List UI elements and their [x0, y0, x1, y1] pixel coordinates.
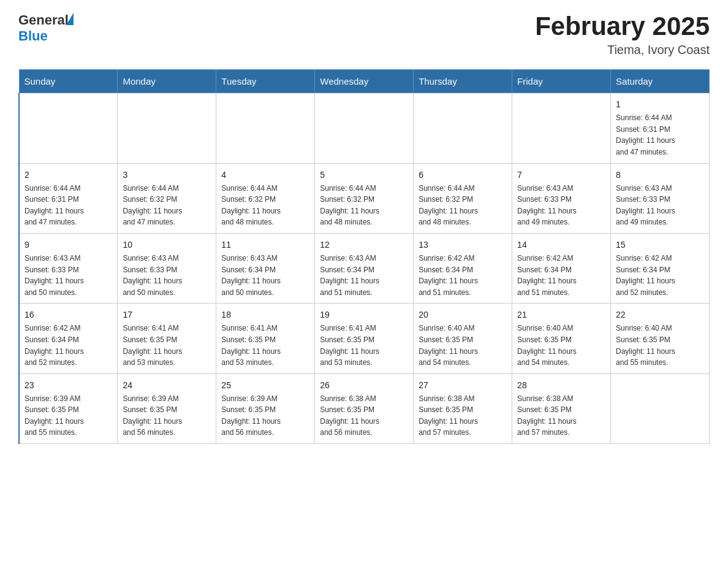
day-number: 25: [221, 379, 309, 392]
day-info: Sunrise: 6:43 AM Sunset: 6:33 PM Dayligh…: [517, 183, 605, 228]
logo-general-text: General: [18, 12, 69, 28]
calendar-cell: [315, 93, 414, 163]
calendar-cell: [118, 93, 216, 163]
day-number: 9: [25, 239, 112, 251]
calendar-cell: 12Sunrise: 6:43 AM Sunset: 6:34 PM Dayli…: [315, 233, 414, 303]
day-number: 11: [221, 239, 309, 251]
day-info: Sunrise: 6:39 AM Sunset: 6:35 PM Dayligh…: [123, 393, 211, 439]
calendar-cell: 26Sunrise: 6:38 AM Sunset: 6:35 PM Dayli…: [315, 373, 414, 443]
day-number: 18: [221, 308, 309, 321]
calendar-week-row: 9Sunrise: 6:43 AM Sunset: 6:33 PM Daylig…: [19, 233, 710, 303]
calendar-week-row: 23Sunrise: 6:39 AM Sunset: 6:35 PM Dayli…: [19, 373, 710, 443]
day-info: Sunrise: 6:39 AM Sunset: 6:35 PM Dayligh…: [25, 393, 112, 439]
calendar-week-row: 16Sunrise: 6:42 AM Sunset: 6:34 PM Dayli…: [19, 304, 710, 373]
day-info: Sunrise: 6:42 AM Sunset: 6:34 PM Dayligh…: [25, 323, 112, 368]
calendar-cell: 25Sunrise: 6:39 AM Sunset: 6:35 PM Dayli…: [216, 373, 315, 443]
day-number: 17: [123, 308, 211, 321]
day-info: Sunrise: 6:44 AM Sunset: 6:31 PM Dayligh…: [25, 183, 112, 228]
calendar-week-row: 2Sunrise: 6:44 AM Sunset: 6:31 PM Daylig…: [19, 163, 710, 233]
calendar-cell: 1Sunrise: 6:44 AM Sunset: 6:31 PM Daylig…: [611, 93, 710, 163]
logo-blue-text: Blue: [18, 28, 74, 44]
day-info: Sunrise: 6:43 AM Sunset: 6:33 PM Dayligh…: [123, 253, 211, 298]
weekday-header-saturday: Saturday: [611, 70, 710, 93]
day-number: 26: [320, 379, 408, 392]
calendar-cell: 21Sunrise: 6:40 AM Sunset: 6:35 PM Dayli…: [512, 304, 611, 373]
calendar-cell: 5Sunrise: 6:44 AM Sunset: 6:32 PM Daylig…: [315, 163, 414, 233]
calendar-cell: 7Sunrise: 6:43 AM Sunset: 6:33 PM Daylig…: [512, 163, 611, 233]
calendar-cell: 24Sunrise: 6:39 AM Sunset: 6:35 PM Dayli…: [118, 373, 216, 443]
calendar-cell: 23Sunrise: 6:39 AM Sunset: 6:35 PM Dayli…: [19, 373, 118, 443]
calendar-cell: [611, 373, 710, 443]
day-number: 10: [123, 239, 211, 251]
day-number: 6: [419, 169, 507, 182]
day-number: 24: [123, 379, 211, 392]
calendar-cell: 6Sunrise: 6:44 AM Sunset: 6:32 PM Daylig…: [414, 163, 512, 233]
day-number: 7: [517, 169, 605, 182]
day-info: Sunrise: 6:40 AM Sunset: 6:35 PM Dayligh…: [616, 323, 704, 368]
calendar-cell: 13Sunrise: 6:42 AM Sunset: 6:34 PM Dayli…: [414, 233, 512, 303]
day-number: 21: [517, 308, 605, 321]
day-info: Sunrise: 6:43 AM Sunset: 6:33 PM Dayligh…: [25, 253, 112, 298]
day-number: 14: [517, 239, 605, 251]
day-number: 19: [320, 308, 408, 321]
calendar-cell: 28Sunrise: 6:38 AM Sunset: 6:35 PM Dayli…: [512, 373, 611, 443]
calendar-cell: 15Sunrise: 6:42 AM Sunset: 6:34 PM Dayli…: [611, 233, 710, 303]
calendar-cell: 17Sunrise: 6:41 AM Sunset: 6:35 PM Dayli…: [118, 304, 216, 373]
day-info: Sunrise: 6:41 AM Sunset: 6:35 PM Dayligh…: [320, 323, 408, 368]
day-number: 23: [25, 379, 112, 392]
calendar-cell: 2Sunrise: 6:44 AM Sunset: 6:31 PM Daylig…: [19, 163, 118, 233]
calendar-cell: 10Sunrise: 6:43 AM Sunset: 6:33 PM Dayli…: [118, 233, 216, 303]
day-number: 13: [419, 239, 507, 251]
calendar-cell: 19Sunrise: 6:41 AM Sunset: 6:35 PM Dayli…: [315, 304, 414, 373]
weekday-header-sunday: Sunday: [19, 70, 118, 93]
title-area: February 2025 Tiema, Ivory Coast: [535, 12, 710, 57]
calendar-cell: 22Sunrise: 6:40 AM Sunset: 6:35 PM Dayli…: [611, 304, 710, 373]
calendar-cell: 11Sunrise: 6:43 AM Sunset: 6:34 PM Dayli…: [216, 233, 315, 303]
weekday-header-friday: Friday: [512, 70, 611, 93]
page-header: General Blue February 2025 Tiema, Ivory …: [18, 12, 710, 57]
logo-triangle-icon: [66, 13, 74, 25]
day-info: Sunrise: 6:42 AM Sunset: 6:34 PM Dayligh…: [517, 253, 605, 298]
day-info: Sunrise: 6:39 AM Sunset: 6:35 PM Dayligh…: [221, 393, 309, 439]
day-number: 22: [616, 308, 704, 321]
calendar-cell: 27Sunrise: 6:38 AM Sunset: 6:35 PM Dayli…: [414, 373, 512, 443]
day-info: Sunrise: 6:44 AM Sunset: 6:32 PM Dayligh…: [419, 183, 507, 228]
weekday-header-monday: Monday: [118, 70, 216, 93]
day-info: Sunrise: 6:41 AM Sunset: 6:35 PM Dayligh…: [221, 323, 309, 368]
day-number: 20: [419, 308, 507, 321]
day-number: 8: [616, 169, 704, 182]
day-info: Sunrise: 6:43 AM Sunset: 6:34 PM Dayligh…: [221, 253, 309, 298]
day-info: Sunrise: 6:38 AM Sunset: 6:35 PM Dayligh…: [517, 393, 605, 439]
calendar-cell: 20Sunrise: 6:40 AM Sunset: 6:35 PM Dayli…: [414, 304, 512, 373]
day-info: Sunrise: 6:40 AM Sunset: 6:35 PM Dayligh…: [517, 323, 605, 368]
weekday-header-wednesday: Wednesday: [315, 70, 414, 93]
day-number: 27: [419, 379, 507, 392]
day-number: 2: [25, 169, 112, 182]
day-number: 16: [25, 308, 112, 321]
day-number: 28: [517, 379, 605, 392]
calendar-cell: 16Sunrise: 6:42 AM Sunset: 6:34 PM Dayli…: [19, 304, 118, 373]
day-number: 5: [320, 169, 408, 182]
calendar-cell: 9Sunrise: 6:43 AM Sunset: 6:33 PM Daylig…: [19, 233, 118, 303]
day-info: Sunrise: 6:41 AM Sunset: 6:35 PM Dayligh…: [123, 323, 211, 368]
calendar-cell: [216, 93, 315, 163]
calendar-cell: 18Sunrise: 6:41 AM Sunset: 6:35 PM Dayli…: [216, 304, 315, 373]
day-info: Sunrise: 6:44 AM Sunset: 6:31 PM Dayligh…: [616, 112, 704, 158]
calendar-cell: 3Sunrise: 6:44 AM Sunset: 6:32 PM Daylig…: [118, 163, 216, 233]
calendar-cell: [512, 93, 611, 163]
calendar-subtitle: Tiema, Ivory Coast: [535, 43, 710, 57]
day-info: Sunrise: 6:38 AM Sunset: 6:35 PM Dayligh…: [419, 393, 507, 439]
calendar-week-row: 1Sunrise: 6:44 AM Sunset: 6:31 PM Daylig…: [19, 93, 710, 163]
day-info: Sunrise: 6:38 AM Sunset: 6:35 PM Dayligh…: [320, 393, 408, 439]
weekday-header-row: SundayMondayTuesdayWednesdayThursdayFrid…: [19, 70, 710, 93]
calendar-cell: [19, 93, 118, 163]
day-number: 1: [616, 98, 704, 111]
logo: General Blue: [18, 12, 74, 44]
day-info: Sunrise: 6:44 AM Sunset: 6:32 PM Dayligh…: [320, 183, 408, 228]
day-number: 4: [221, 169, 309, 182]
calendar-table: SundayMondayTuesdayWednesdayThursdayFrid…: [18, 69, 710, 444]
day-number: 12: [320, 239, 408, 251]
day-number: 3: [123, 169, 211, 182]
calendar-cell: 14Sunrise: 6:42 AM Sunset: 6:34 PM Dayli…: [512, 233, 611, 303]
calendar-cell: 4Sunrise: 6:44 AM Sunset: 6:32 PM Daylig…: [216, 163, 315, 233]
